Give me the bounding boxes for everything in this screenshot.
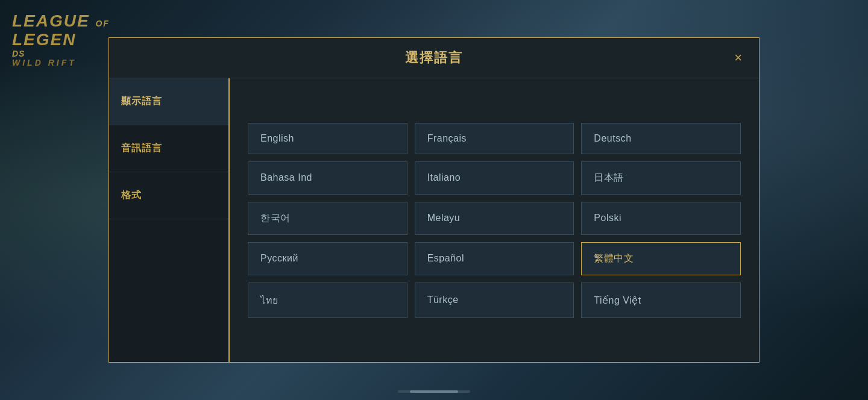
modal-overlay: 選擇語言 × 顯示語言 音訊語言 格式 English [0,0,868,400]
lang-polski[interactable]: Polski [581,202,741,235]
sidebar-label-format: 格式 [121,190,142,200]
lang-espanol[interactable]: Español [415,242,574,275]
lang-turkish[interactable]: Türkçe [415,283,574,318]
sidebar-item-format[interactable]: 格式 [109,172,228,219]
modal-title: 選擇語言 [405,49,463,67]
lang-japanese[interactable]: 日本語 [581,161,741,195]
lang-melayu[interactable]: Melayu [415,202,574,235]
lang-italiano[interactable]: Italiano [415,161,574,195]
lang-traditional-chinese[interactable]: 繁體中文 [581,242,741,275]
language-grid: English Français Deutsch Bahasa Ind Ital… [248,123,741,318]
sidebar-item-display-language[interactable]: 顯示語言 [109,78,228,125]
settings-sidebar: 顯示語言 音訊語言 格式 [109,78,230,362]
scrollbar-thumb [410,390,458,393]
lang-deutsch[interactable]: Deutsch [581,123,741,154]
lang-bahasa[interactable]: Bahasa Ind [248,161,407,195]
lang-francais[interactable]: Français [415,123,574,154]
scrollbar-indicator [398,390,470,393]
close-button[interactable]: × [729,49,747,67]
sidebar-item-audio-language[interactable]: 音訊語言 [109,125,228,172]
lang-thai[interactable]: ไทย [248,283,407,318]
lang-english[interactable]: English [248,123,407,154]
language-grid-container: English Français Deutsch Bahasa Ind Ital… [230,78,759,362]
lang-korean[interactable]: 한국어 [248,202,407,235]
lang-vietnamese[interactable]: Tiếng Việt [581,283,741,318]
sidebar-label-display: 顯示語言 [121,96,162,106]
modal-header: 選擇語言 × [109,38,759,78]
modal-body: 顯示語言 音訊語言 格式 English Français [109,78,759,362]
language-selection-modal: 選擇語言 × 顯示語言 音訊語言 格式 English [108,37,760,363]
lang-russian[interactable]: Русский [248,242,407,275]
sidebar-label-audio: 音訊語言 [121,143,162,153]
